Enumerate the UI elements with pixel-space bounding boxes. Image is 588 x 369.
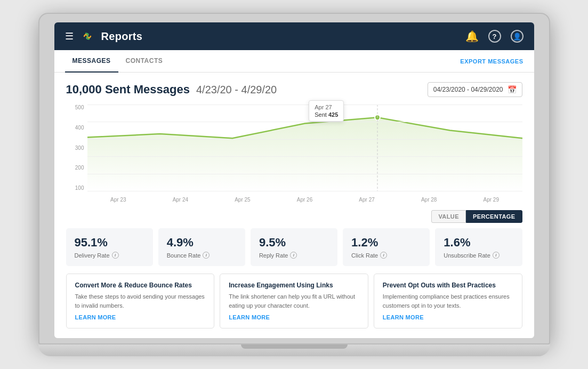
y-label-500: 500: [75, 105, 84, 110]
learn-more-0[interactable]: LEARN MORE: [75, 314, 206, 320]
help-icon[interactable]: ?: [488, 30, 501, 43]
chart-y-axis: 500 400 300 200 100: [66, 105, 87, 191]
gridline-1: [87, 122, 522, 122]
screen-bezel: ☰ Reports 🔔 ? 👤 ME: [38, 13, 550, 344]
logo-icon: [80, 29, 95, 44]
metric-delivery-rate: 95.1% Delivery Rate i: [66, 228, 153, 266]
metrics-row: 95.1% Delivery Rate i 4.9% Bounce Rate i: [66, 228, 522, 266]
gridline-2: [87, 139, 522, 140]
info-icon-0[interactable]: i: [112, 252, 119, 259]
main-content: 10,000 Sent Messages 4/23/20 - 4/29/20 0…: [54, 73, 534, 338]
info-icon-1[interactable]: i: [203, 252, 210, 259]
date-picker[interactable]: 04/23/2020 - 04/29/2020 📅: [428, 82, 522, 97]
percentage-toggle-btn[interactable]: PERCENTAGE: [466, 210, 522, 223]
laptop-base: [38, 344, 550, 356]
topnav: ☰ Reports 🔔 ? 👤: [54, 22, 534, 50]
y-label-400: 400: [75, 125, 84, 131]
bell-icon[interactable]: 🔔: [466, 30, 479, 43]
learn-more-1[interactable]: LEARN MORE: [229, 314, 359, 320]
metric-label-0: Delivery Rate i: [75, 252, 144, 259]
y-label-100: 100: [75, 185, 84, 191]
page-title: 10,000 Sent Messages 4/23/20 - 4/29/20: [66, 83, 277, 97]
x-label-apr27: Apr 27: [336, 197, 398, 203]
x-label-apr24: Apr 24: [149, 197, 212, 203]
gridline-bottom: [87, 191, 522, 191]
tab-contacts[interactable]: CONTACTS: [118, 50, 171, 73]
metric-value-2: 9.5%: [259, 236, 329, 250]
metric-unsubscribe-rate: 1.6% Unsubscribe Rate i: [435, 228, 522, 266]
x-label-apr28: Apr 28: [398, 197, 460, 203]
tip-card-1: Increase Engagement Using Links The link…: [220, 274, 368, 328]
metric-label-1: Bounce Rate i: [167, 252, 237, 259]
tip-title-1: Increase Engagement Using Links: [229, 282, 359, 289]
metric-value-4: 1.6%: [444, 236, 513, 250]
metric-value-0: 95.1%: [75, 236, 144, 250]
tip-desc-0: Take these steps to avoid sending your m…: [75, 292, 206, 310]
tips-row: Convert More & Reduce Bounce Rates Take …: [66, 274, 522, 328]
calendar-icon: 📅: [508, 85, 517, 94]
value-toggle-btn[interactable]: VALUE: [431, 210, 465, 223]
sent-messages-title: 10,000 Sent Messages 4/23/20 - 4/29/20: [66, 83, 277, 97]
metric-value-1: 4.9%: [167, 236, 237, 250]
hamburger-icon[interactable]: ☰: [65, 30, 74, 42]
x-label-apr29: Apr 29: [460, 197, 522, 203]
tab-bar: MESSAGES CONTACTS EXPORT MESSAGES: [54, 50, 534, 73]
date-picker-value: 04/23/2020 - 04/29/2020: [433, 86, 503, 93]
x-label-apr23: Apr 23: [87, 197, 150, 203]
laptop-shell: ☰ Reports 🔔 ? 👤 ME: [38, 13, 550, 356]
line-chart-svg: [87, 105, 522, 191]
tab-messages[interactable]: MESSAGES: [65, 50, 118, 73]
topnav-left: ☰ Reports: [65, 29, 466, 44]
metric-label-4: Unsubscribe Rate i: [444, 252, 513, 259]
app-title: Reports: [101, 30, 143, 43]
y-label-200: 200: [75, 165, 84, 171]
tip-title-0: Convert More & Reduce Bounce Rates: [75, 282, 206, 289]
learn-more-2[interactable]: LEARN MORE: [383, 314, 513, 320]
chart-svg-area: Apr 27 Sent 425: [87, 105, 522, 191]
y-label-300: 300: [75, 145, 84, 151]
metric-click-rate: 1.2% Click Rate i: [343, 228, 430, 266]
gridline-3: [87, 156, 522, 157]
topnav-right: 🔔 ? 👤: [466, 30, 523, 43]
content-header: 10,000 Sent Messages 4/23/20 - 4/29/20 0…: [66, 82, 522, 97]
tip-card-2: Prevent Opt Outs with Best Practices Imp…: [374, 274, 522, 328]
view-toggle: VALUE PERCENTAGE: [66, 210, 522, 223]
export-messages-button[interactable]: EXPORT MESSAGES: [460, 58, 523, 65]
tip-desc-2: Implementing compliance best practices e…: [383, 292, 513, 310]
chart-fill: [87, 117, 522, 191]
metric-label-3: Click Rate i: [351, 252, 421, 259]
user-icon[interactable]: 👤: [511, 30, 523, 43]
screen: ☰ Reports 🔔 ? 👤 ME: [54, 22, 534, 338]
metric-bounce-rate: 4.9% Bounce Rate i: [158, 228, 245, 266]
metric-label-2: Reply Rate i: [259, 252, 329, 259]
chart-x-axis: Apr 23 Apr 24 Apr 25 Apr 26 Apr 27 Apr 2…: [87, 193, 522, 206]
info-icon-2[interactable]: i: [290, 252, 297, 259]
info-icon-3[interactable]: i: [380, 252, 387, 259]
info-icon-4[interactable]: i: [493, 252, 500, 259]
tab-bar-left: MESSAGES CONTACTS: [65, 50, 171, 73]
chart-container: 500 400 300 200 100: [66, 105, 522, 206]
tip-card-0: Convert More & Reduce Bounce Rates Take …: [66, 274, 215, 328]
tip-desc-1: The link shortener can help you fit a UR…: [229, 292, 359, 310]
gridline-4: [87, 174, 522, 174]
metric-reply-rate: 9.5% Reply Rate i: [251, 228, 337, 266]
x-label-apr26: Apr 26: [273, 197, 336, 203]
gridline-top: [87, 105, 522, 105]
tip-title-2: Prevent Opt Outs with Best Practices: [383, 282, 513, 289]
x-label-apr25: Apr 25: [212, 197, 274, 203]
metric-value-3: 1.2%: [351, 236, 421, 250]
